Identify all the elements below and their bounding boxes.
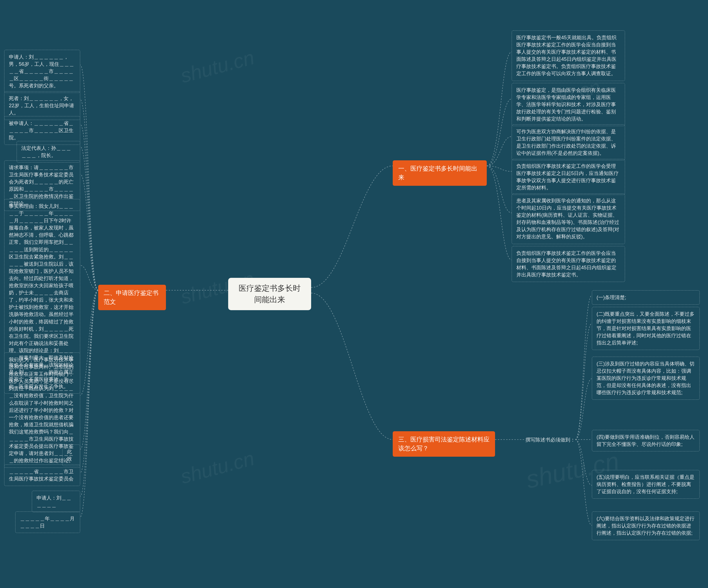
leaf-b2-1[interactable]: 死者：刘＿＿＿＿＿＿，女，22岁，工人，生前住址同申请人。 bbox=[4, 91, 80, 120]
leaf-text: (四)要做到医学用语准确到位，否则容易给人留下完全不懂医学、尽说外行话的印象; bbox=[596, 434, 695, 447]
branch-3-label: 三、医疗损害司法鉴定陈述材料应该怎么写？ bbox=[398, 436, 490, 452]
leaf-text: 死者：刘＿＿＿＿＿＿，女，22岁，工人，生前住址同申请人。 bbox=[9, 96, 74, 116]
leaf-b1-1[interactable]: 医疗事故鉴定，是指由医学会组织有关临床医学专家和法医学专家组成的专家组，运用医学… bbox=[512, 83, 625, 126]
leaf-text: 医疗事故鉴定，是指由医学会组织有关临床医学专家和法医学专家组成的专家组，运用医学… bbox=[517, 87, 616, 122]
branch-2-label: 二、申请医疗鉴定书范文 bbox=[104, 289, 158, 305]
leaf-text: (二)既要重点突出，又要全面陈述，不要过多的纠缠于对损害结果没有实质影响的细枝末… bbox=[596, 311, 695, 346]
watermark: shutu.cn bbox=[178, 46, 257, 87]
branch-3-sublabel: 撰写陈述书必须做到： bbox=[526, 436, 575, 443]
leaf-b2-0[interactable]: 申请人：刘＿＿＿＿＿＿，男，56岁，工人，现住＿＿＿＿＿省＿＿＿＿＿市＿＿＿＿＿… bbox=[4, 50, 80, 93]
leaf-b3-0[interactable]: (一)条理清楚; bbox=[592, 290, 700, 305]
leaf-b1-4[interactable]: 患者及其家属收到医学会的通知的，那么从这个时间起10日内，应当提交有关医疗事故技… bbox=[512, 193, 625, 244]
leaf-b2-10[interactable]: ＿＿＿＿＿年＿＿＿＿月＿＿＿＿日 bbox=[15, 512, 80, 533]
leaf-text: (六)要结合医学资料以及法律和政策规定进行阐述，指出认定医疗行为存在过错的依据进… bbox=[596, 516, 695, 536]
leaf-b1-0[interactable]: 医疗事故鉴定书一般45天就能出具。负责组织医疗事故技术鉴定工作的医学会应当自接到… bbox=[512, 30, 625, 81]
leaf-b3-1[interactable]: (二)既要重点突出，又要全面陈述，不要过多的纠缠于对损害结果没有实质影响的细枝末… bbox=[592, 307, 700, 350]
branch-2[interactable]: 二、申请医疗鉴定书范文 bbox=[98, 285, 166, 310]
center-topic[interactable]: 医疗鉴定书多长时间能出来 bbox=[228, 278, 311, 310]
leaf-b1-5[interactable]: 负责组织医疗事故技术鉴定工作的医学会应当自接到当事人提交的有关医疗事故技术鉴定的… bbox=[512, 246, 625, 282]
sublabel-text: 撰写陈述书必须做到： bbox=[526, 437, 575, 442]
leaf-text: 患者及其家属收到医学会的通知的，那么从这个时间起10日内，应当提交有关医疗事故技… bbox=[517, 198, 619, 239]
center-topic-text: 医疗鉴定书多长时间能出来 bbox=[239, 284, 301, 304]
leaf-text: 申请人：刘＿＿＿＿＿＿，男，56岁，工人，现住＿＿＿＿＿省＿＿＿＿＿市＿＿＿＿＿… bbox=[9, 54, 74, 89]
leaf-text: 可作为医患双方协商解决医疗纠纷的依据、是卫生行政部门处理医疗纠纷案件的法定依据、… bbox=[517, 129, 616, 156]
leaf-b3-2[interactable]: (三)涉及到医疗过错的内容应当具体明确、切忌仅扣大帽子而没有具体内容，比如：强调… bbox=[592, 357, 700, 400]
leaf-b1-2[interactable]: 可作为医患双方协商解决医疗纠纷的依据、是卫生行政部门处理医疗纠纷案件的法定依据、… bbox=[512, 124, 625, 160]
leaf-text: 此致 bbox=[67, 449, 72, 462]
leaf-text: 医疗事故鉴定书一般45天就能出具。负责组织医疗事故技术鉴定工作的医学会应当自接到… bbox=[517, 35, 616, 76]
leaf-b3-5[interactable]: (六)要结合医学资料以及法律和政策规定进行阐述，指出认定医疗行为存在过错的依据进… bbox=[592, 512, 700, 540]
leaf-b3-4[interactable]: (五)说理要明白，应当联系相关证据（重点是病历资料、检查报告）进行阐述，不要脱离… bbox=[592, 470, 700, 499]
leaf-b2-7[interactable]: 此致 bbox=[62, 444, 80, 466]
leaf-text: 负责组织医疗事故技术鉴定工作的医学会应当自接到当事人提交的有关医疗事故技术鉴定的… bbox=[517, 250, 616, 278]
leaf-b2-2[interactable]: 被申请人：＿＿＿＿＿＿省＿＿＿＿＿市＿＿＿＿＿区卫生院。 bbox=[4, 116, 80, 145]
leaf-text: (三)涉及到医疗过错的内容应当具体明确、切忌仅扣大帽子而没有具体内容，比如：强调… bbox=[596, 361, 695, 395]
branch-1-label: 一、医疗鉴定书多长时间能出来 bbox=[398, 165, 477, 181]
leaf-text: 申请人：刘＿＿＿＿＿＿ bbox=[36, 495, 71, 508]
watermark: shutu.cn bbox=[178, 447, 257, 488]
branch-3[interactable]: 三、医疗损害司法鉴定陈述材料应该怎么写？ bbox=[393, 431, 495, 457]
leaf-b1-3[interactable]: 负责组织医疗事故技术鉴定工作的医学会受理医疗事故技术鉴定之日起5日内，应当通知医… bbox=[512, 159, 625, 195]
leaf-text: ＿＿＿＿＿省＿＿＿＿＿市卫生局医疗事故技术鉴定委员会 bbox=[9, 469, 73, 482]
leaf-b2-3[interactable]: 法定代表人：孙＿＿＿＿＿＿，院长。 bbox=[17, 141, 80, 162]
leaf-b2-8[interactable]: ＿＿＿＿＿省＿＿＿＿＿市卫生局医疗事故技术鉴定委员会 bbox=[4, 464, 80, 486]
leaf-text: (五)说理要明白，应当联系相关证据（重点是病历资料、检查报告）进行阐述，不要脱离… bbox=[596, 474, 695, 494]
leaf-text: 法定代表人：孙＿＿＿＿＿＿，院长。 bbox=[21, 146, 71, 158]
leaf-b3-3[interactable]: (四)要做到医学用语准确到位，否则容易给人留下完全不懂医学、尽说外行话的印象; bbox=[592, 430, 700, 452]
leaf-text: (一)条理清楚; bbox=[596, 295, 626, 300]
branch-1[interactable]: 一、医疗鉴定书多长时间能出来 bbox=[393, 160, 487, 186]
leaf-b2-9[interactable]: 申请人：刘＿＿＿＿＿＿ bbox=[32, 491, 80, 512]
leaf-text: 负责组织医疗事故技术鉴定工作的医学会受理医疗事故技术鉴定之日起5日内，应当通知医… bbox=[517, 163, 619, 190]
leaf-text: ＿＿＿＿＿年＿＿＿＿月＿＿＿＿日 bbox=[20, 516, 75, 529]
leaf-text: 被申请人：＿＿＿＿＿＿省＿＿＿＿＿市＿＿＿＿＿区卫生院。 bbox=[9, 121, 73, 141]
